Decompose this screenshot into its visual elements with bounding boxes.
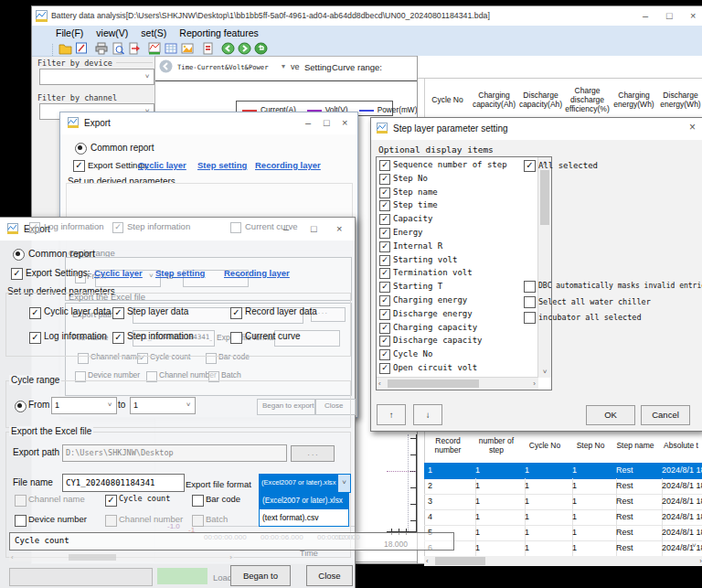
cycle-col-header-2[interactable]: Discharge capacity(Ah)	[517, 79, 565, 122]
ok-button[interactable]: OK	[586, 405, 635, 425]
option-checkbox-1[interactable]	[105, 495, 117, 507]
nav-forward-icon[interactable]	[238, 42, 252, 56]
item-checkbox[interactable]	[379, 336, 390, 347]
item-checkbox[interactable]	[379, 187, 390, 198]
report-icon[interactable]	[201, 42, 216, 56]
close-button[interactable]: ×	[690, 11, 696, 21]
curve-chart-icon[interactable]	[148, 42, 163, 56]
move-down-button[interactable]: ↓	[413, 404, 442, 425]
record-col-header-0[interactable]: Record number	[424, 428, 473, 464]
option-checkbox-5[interactable]	[192, 515, 204, 527]
curve-setting-button[interactable]: Setting	[304, 62, 332, 72]
item-checkbox[interactable]	[379, 309, 390, 320]
list-item[interactable]: Starting T	[377, 281, 523, 294]
menu-view[interactable]: view(V)	[96, 27, 128, 38]
open-file-icon[interactable]	[58, 42, 73, 56]
list-item[interactable]: Internal R	[377, 241, 523, 254]
scroll-thumb[interactable]	[435, 557, 485, 565]
cycle-col-header-3[interactable]: Charge discharge efficiency(%)	[564, 79, 612, 122]
list-item[interactable]: Termination volt	[377, 267, 523, 281]
item-checkbox[interactable]	[379, 268, 390, 279]
menu-file[interactable]: File(F)	[56, 27, 83, 38]
option-checkbox-0[interactable]	[15, 495, 27, 507]
back-circle-icon[interactable]	[159, 59, 173, 75]
cycle-count-combo[interactable]: Cycle count	[9, 532, 454, 551]
close-button[interactable]: ×	[689, 123, 696, 133]
item-checkbox[interactable]	[379, 363, 390, 374]
item-checkbox[interactable]	[379, 282, 390, 293]
nav-back-icon[interactable]	[221, 42, 236, 56]
curve-type-combo[interactable]: Time-Current&Volt&Power	[177, 63, 269, 71]
ghost-hscrollbar[interactable]: ‹ ›	[9, 553, 234, 561]
horizontal-scrollbar[interactable]: ‹ ›	[377, 377, 538, 390]
cycle-col-header-0[interactable]: Cycle No	[424, 79, 472, 122]
item-checkbox[interactable]	[379, 255, 390, 266]
dbc-checkbox[interactable]	[524, 281, 536, 293]
cycle-col-header-4[interactable]: Charging energy(Wh)	[611, 79, 658, 122]
step-dialog-titlebar[interactable]: Step layer parameter setting ×	[371, 118, 702, 140]
table-row[interactable]: 1111Rest2024/8/1 18	[424, 463, 702, 478]
list-item[interactable]: Step No	[377, 173, 523, 187]
horizontal-scrollbar[interactable]: ‹›	[424, 556, 702, 566]
vertical-scrollbar[interactable]: ˄ ˅	[537, 157, 551, 378]
list-item[interactable]: Open circuit volt	[377, 362, 523, 376]
close-export-button[interactable]: Close	[306, 565, 353, 586]
incubator-checkbox[interactable]	[524, 312, 536, 324]
print-preview-icon[interactable]	[112, 42, 126, 56]
nav-return-icon[interactable]	[254, 42, 269, 56]
list-item[interactable]: Discharge energy	[377, 308, 523, 322]
item-checkbox[interactable]	[379, 228, 390, 239]
scroll-left-icon[interactable]: ‹	[426, 557, 429, 565]
scroll-down-icon[interactable]: ˅	[692, 541, 697, 550]
began-to-export-button[interactable]: Began to export	[230, 565, 291, 586]
table-row[interactable]: 2111Rest2024/8/1 18	[424, 478, 702, 494]
list-item[interactable]: Cycle No	[377, 348, 523, 362]
option-checkbox-3[interactable]	[15, 515, 27, 527]
list-item[interactable]: Energy	[377, 227, 523, 241]
record-col-header-1[interactable]: number of step	[472, 428, 522, 464]
scroll-thumb[interactable]	[388, 380, 479, 388]
item-checkbox[interactable]	[379, 295, 390, 306]
scroll-right-icon[interactable]: ›	[533, 380, 536, 388]
list-item[interactable]: Starting volt	[377, 254, 523, 268]
scroll-left-icon[interactable]: ‹	[378, 380, 381, 388]
water-chiller-checkbox[interactable]	[524, 296, 536, 308]
item-checkbox[interactable]	[379, 160, 390, 171]
option-checkbox-4[interactable]	[105, 515, 117, 527]
option-checkbox-2[interactable]	[192, 495, 204, 507]
table-row[interactable]: 3111Rest2024/8/1 18	[424, 494, 702, 509]
maximize-button[interactable]: □	[666, 11, 673, 21]
move-up-button[interactable]: ↑	[377, 404, 406, 425]
chevron-down-icon[interactable]: ▾	[282, 62, 285, 70]
optional-items-listbox[interactable]: ˄ ˅ ‹ › Sequence number of stepStep NoSt…	[376, 156, 552, 390]
list-item[interactable]: Sequence number of step	[377, 159, 523, 173]
scroll-down-icon[interactable]: ˅	[538, 366, 551, 378]
item-checkbox[interactable]	[379, 174, 390, 185]
list-item[interactable]: Step time	[377, 199, 523, 213]
all-selected-checkbox[interactable]	[524, 160, 536, 172]
edit-icon[interactable]	[75, 42, 90, 56]
format-option-csv[interactable]: (text format).csv	[260, 509, 348, 526]
item-checkbox[interactable]	[379, 214, 390, 225]
record-col-header-2[interactable]: Cycle No	[521, 428, 569, 464]
cycle-col-header-5[interactable]: Discharge energy(Wh)	[657, 79, 702, 122]
menu-reporting-features[interactable]: Reporting features	[179, 27, 258, 38]
item-checkbox[interactable]	[379, 323, 390, 334]
export-file-icon[interactable]	[128, 42, 143, 56]
record-col-header-3[interactable]: Step No	[569, 428, 613, 464]
print-icon[interactable]	[95, 42, 110, 56]
report-image-icon[interactable]	[181, 42, 196, 56]
list-item[interactable]: Step name	[377, 187, 523, 200]
list-item[interactable]: Capacity	[377, 213, 523, 227]
scroll-thumb[interactable]	[540, 170, 549, 225]
record-col-header-4[interactable]: Step name	[612, 428, 659, 464]
item-checkbox[interactable]	[379, 349, 390, 360]
list-item[interactable]: Charging capacity	[377, 322, 523, 336]
cycle-col-header-1[interactable]: Charging capacity(Ah)	[471, 79, 518, 122]
table-row[interactable]: 6111Rest2024/8/1 18	[424, 540, 702, 556]
record-col-header-5[interactable]: Absolute t	[658, 428, 702, 464]
list-item[interactable]: Discharge capacity	[377, 335, 523, 348]
minimize-button[interactable]: –	[643, 11, 648, 21]
table-row[interactable]: 5111Rest2024/8/1 18	[424, 525, 702, 540]
window-titlebar[interactable]: Battery data analysis[D:\Users\SHKJNW\De…	[32, 6, 702, 26]
